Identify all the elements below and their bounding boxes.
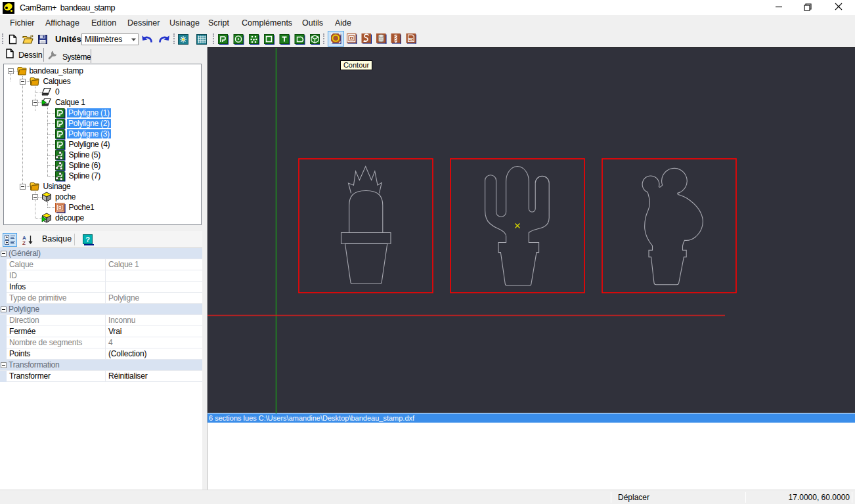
svg-text:MC: MC [408, 37, 414, 42]
svg-text:Z: Z [22, 240, 26, 245]
